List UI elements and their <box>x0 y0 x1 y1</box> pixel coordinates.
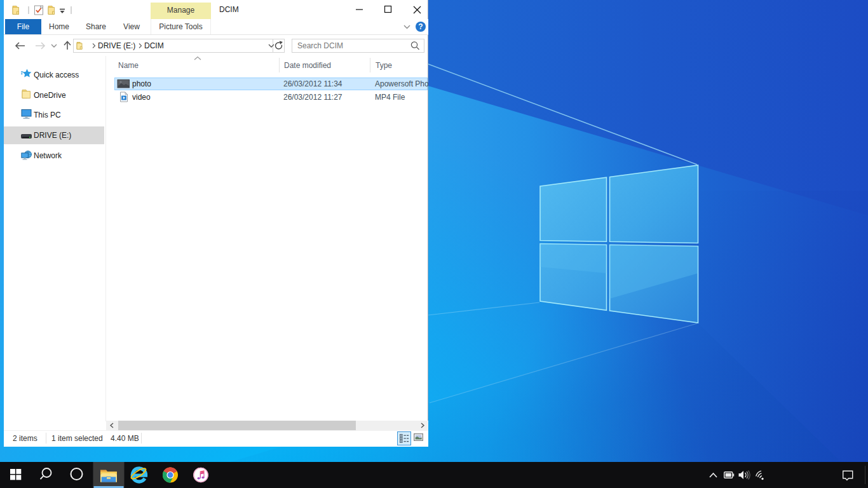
svg-text:?: ? <box>418 22 423 31</box>
